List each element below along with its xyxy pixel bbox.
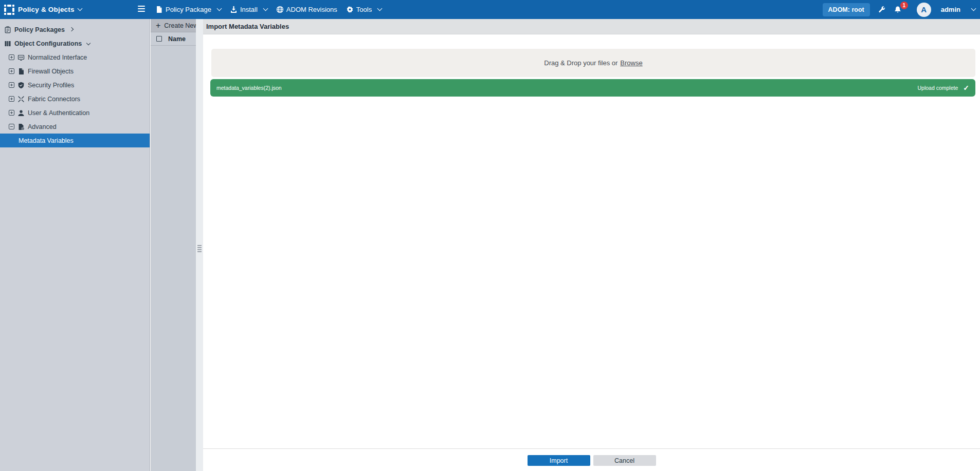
page-title: Import Metadata Variables bbox=[203, 19, 980, 34]
gear-icon bbox=[346, 6, 354, 13]
left-sidebar: Policy Packages Object Configurations No… bbox=[0, 19, 150, 471]
file-dropzone[interactable]: Drag & Drop your files or Browse bbox=[211, 49, 975, 77]
chevron-down-icon bbox=[216, 6, 222, 11]
globe-icon bbox=[276, 6, 284, 13]
uploaded-filename: metadata_variables(2).json bbox=[216, 85, 282, 91]
chevron-down-icon bbox=[377, 6, 383, 11]
shield-icon bbox=[17, 82, 25, 89]
import-button[interactable]: Import bbox=[528, 455, 590, 466]
name-column-header: Name bbox=[168, 35, 186, 43]
list-header-row: Name bbox=[151, 32, 196, 46]
expand-plus-icon[interactable] bbox=[9, 82, 14, 88]
sidebar-item-label: Firewall Objects bbox=[28, 68, 74, 75]
sidebar-item-label: Object Configurations bbox=[14, 40, 82, 47]
select-all-checkbox[interactable] bbox=[156, 36, 162, 42]
hamburger-menu-icon[interactable] bbox=[138, 6, 145, 13]
sidebar-item-label: Metadata Variables bbox=[19, 137, 74, 144]
sidebar-item-label: Fabric Connectors bbox=[28, 96, 80, 103]
expand-plus-icon[interactable] bbox=[9, 110, 14, 116]
app-title[interactable]: Policy & Objects bbox=[18, 6, 75, 13]
sidebar-item-user-authentication[interactable]: User & Authentication bbox=[0, 106, 150, 120]
menu-label: Policy Package bbox=[166, 6, 211, 13]
table-columns-icon bbox=[4, 40, 11, 47]
menu-label: Tools bbox=[356, 6, 372, 13]
connector-icon bbox=[17, 96, 25, 103]
sidebar-item-object-configurations[interactable]: Object Configurations bbox=[0, 36, 150, 50]
collapse-minus-icon[interactable] bbox=[9, 124, 14, 129]
cancel-button[interactable]: Cancel bbox=[593, 455, 656, 466]
app-grid-logo-icon[interactable] bbox=[4, 5, 14, 15]
menu-label: ADOM Revisions bbox=[286, 6, 337, 13]
menu-tools[interactable]: Tools bbox=[346, 6, 382, 13]
import-panel: Import Metadata Variables Drag & Drop yo… bbox=[203, 19, 980, 471]
import-content: Drag & Drop your files or Browse metadat… bbox=[203, 34, 980, 97]
user-icon bbox=[17, 109, 25, 117]
create-new-button[interactable]: Create New bbox=[151, 19, 196, 32]
sidebar-item-metadata-variables[interactable]: Metadata Variables bbox=[0, 134, 150, 147]
expand-plus-icon[interactable] bbox=[9, 54, 14, 60]
checkmark-icon bbox=[963, 84, 969, 92]
menu-install[interactable]: Install bbox=[230, 6, 267, 13]
menu-policy-package[interactable]: Policy Package bbox=[155, 6, 221, 13]
menu-adom-revisions[interactable]: ADOM Revisions bbox=[276, 6, 337, 13]
sidebar-item-fabric-connectors[interactable]: Fabric Connectors bbox=[0, 92, 150, 106]
adom-selector[interactable]: ADOM: root bbox=[823, 3, 870, 16]
expand-plus-icon[interactable] bbox=[9, 68, 14, 74]
panel-splitter[interactable] bbox=[196, 19, 203, 471]
sidebar-item-label: Advanced bbox=[28, 123, 57, 130]
topbar-right: ADOM: root 1 A admin bbox=[823, 0, 975, 19]
username[interactable]: admin bbox=[941, 6, 960, 13]
chevron-down-icon[interactable] bbox=[971, 6, 976, 11]
uploaded-file-bar: metadata_variables(2).json Upload comple… bbox=[210, 79, 975, 97]
top-menu: Policy Package Install ADOM Revisions To… bbox=[155, 0, 382, 19]
sidebar-item-label: Policy Packages bbox=[14, 26, 65, 33]
download-icon bbox=[230, 6, 238, 13]
notifications[interactable]: 1 bbox=[894, 6, 902, 14]
chevron-right-icon bbox=[69, 27, 74, 31]
sidebar-item-firewall-objects[interactable]: Firewall Objects bbox=[0, 64, 150, 78]
create-new-label: Create New bbox=[164, 22, 196, 29]
dialog-footer: Import Cancel bbox=[203, 448, 980, 471]
chevron-down-icon bbox=[86, 41, 90, 45]
chevron-down-icon bbox=[263, 6, 268, 11]
wrench-icon[interactable] bbox=[878, 6, 886, 14]
plus-icon bbox=[156, 22, 160, 30]
sidebar-item-security-profiles[interactable]: Security Profiles bbox=[0, 78, 150, 92]
sidebar-item-policy-packages[interactable]: Policy Packages bbox=[0, 23, 150, 36]
notification-badge: 1 bbox=[900, 2, 908, 9]
clipboard-icon bbox=[4, 26, 11, 33]
sidebar-item-label: User & Authentication bbox=[28, 109, 89, 117]
interface-icon bbox=[17, 54, 25, 61]
upload-status: Upload complete bbox=[917, 84, 969, 92]
object-list-panel: Create New Name bbox=[151, 19, 196, 471]
menu-label: Install bbox=[240, 6, 258, 13]
splitter-grip-icon[interactable] bbox=[197, 245, 202, 253]
top-navbar: Policy & Objects Policy Package Install … bbox=[0, 0, 980, 19]
document-icon bbox=[155, 6, 163, 13]
firewall-document-icon bbox=[17, 68, 25, 75]
expand-plus-icon[interactable] bbox=[9, 96, 14, 102]
chevron-down-icon[interactable] bbox=[77, 6, 82, 11]
avatar[interactable]: A bbox=[917, 3, 931, 17]
document-gear-icon bbox=[17, 123, 25, 130]
browse-link[interactable]: Browse bbox=[620, 59, 642, 67]
upload-status-text: Upload complete bbox=[917, 85, 958, 91]
sidebar-item-normalized-interface[interactable]: Normalized Interface bbox=[0, 50, 150, 64]
sidebar-item-advanced[interactable]: Advanced bbox=[0, 120, 150, 134]
sidebar-item-label: Normalized Interface bbox=[28, 54, 87, 61]
sidebar-item-label: Security Profiles bbox=[28, 82, 74, 89]
dropzone-text: Drag & Drop your files or bbox=[544, 59, 618, 67]
